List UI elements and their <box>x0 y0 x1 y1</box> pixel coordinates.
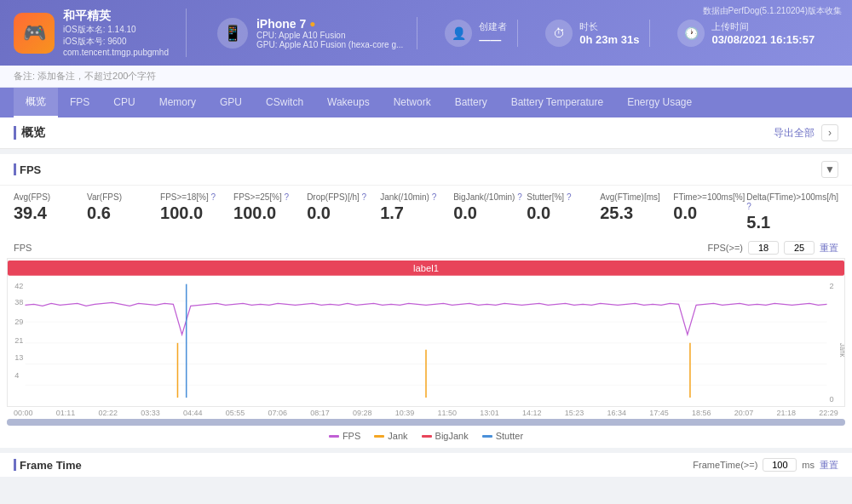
fps-chart-legend: FPS Jank BigJank Stutter <box>7 427 845 444</box>
svg-text:label1: label1 <box>413 263 439 273</box>
overview-title-text: 概览 <box>21 125 45 140</box>
frame-threshold-unit: ms <box>802 460 815 470</box>
time-label: 08:17 <box>310 409 330 417</box>
duration-section: ⏱ 时长 0h 23m 31s <box>535 20 650 47</box>
frame-threshold-label: FrameTime(>=) <box>693 460 757 470</box>
app-ios-version: iOS版本名: 1.14.10 <box>63 24 169 36</box>
legend-jank-label: Jank <box>388 431 407 441</box>
tab-battery-temp[interactable]: Battery Temperature <box>499 89 616 117</box>
note-bar: 备注: 添加备注，不超过200个字符 <box>0 66 852 88</box>
tab-wakeups[interactable]: Wakeups <box>315 89 382 117</box>
fps-title: FPS <box>14 163 41 176</box>
legend-fps: FPS <box>329 431 360 441</box>
duration-label: 时长 <box>579 20 639 33</box>
time-label: 05:55 <box>226 409 245 417</box>
nav-tabs: 概览 FPS CPU Memory GPU CSwitch Wakeups Ne… <box>0 88 852 117</box>
chart-scrollbar[interactable] <box>7 419 845 426</box>
app-ios-build: iOS版本号: 9600 <box>63 36 169 48</box>
device-cpu: CPU: Apple A10 Fusion <box>256 31 403 40</box>
creator-label: 创建者 <box>479 20 507 33</box>
fps-collapse-button[interactable]: ▼ <box>821 161 838 178</box>
tab-cpu[interactable]: CPU <box>101 89 147 117</box>
tab-network[interactable]: Network <box>382 89 443 117</box>
time-label: 17:45 <box>649 409 669 417</box>
device-name: iPhone 7 <box>256 17 306 31</box>
svg-text:Jank: Jank <box>838 343 844 358</box>
tab-fps[interactable]: FPS <box>58 89 101 117</box>
device-section: 📱 iPhone 7 ● CPU: Apple A10 Fusion GPU: … <box>204 17 417 49</box>
tab-memory[interactable]: Memory <box>147 89 208 117</box>
legend-stutter: Stutter <box>482 431 523 441</box>
overview-title: 概览 <box>14 125 45 140</box>
device-details: iPhone 7 ● CPU: Apple A10 Fusion GPU: Ap… <box>256 17 403 49</box>
export-button[interactable]: 导出全部 <box>774 126 815 140</box>
metric-drop-fps: Drop(FPS)[/h] ? 0.0 <box>307 192 380 232</box>
app-info: 🎮 和平精英 iOS版本名: 1.14.10 iOS版本号: 9600 com.… <box>14 9 187 57</box>
metric-ftime-100: FTime>=100ms[%] 0.0 <box>673 192 746 232</box>
metric-fps-18: FPS>=18[%] ? 100.0 <box>160 192 233 232</box>
legend-jank: Jank <box>374 431 407 441</box>
fps-threshold-controls: FPS(>=) 重置 <box>707 241 838 255</box>
app-details: 和平精英 iOS版本名: 1.14.10 iOS版本号: 9600 com.te… <box>63 9 169 57</box>
svg-text:21: 21 <box>14 336 23 345</box>
time-label: 15:23 <box>565 409 584 417</box>
svg-text:4: 4 <box>14 372 19 381</box>
legend-bigjank-label: BigJank <box>435 431 469 441</box>
frame-threshold-input[interactable] <box>763 458 797 472</box>
metric-jank: Jank(/10min) ? 1.7 <box>380 192 453 232</box>
fps-gte-label: FPS(>=) <box>707 243 743 253</box>
tab-energy[interactable]: Energy Usage <box>615 89 704 117</box>
chart-toolbar: FPS FPS(>=) 重置 <box>7 239 845 256</box>
upload-value: 03/08/2021 16:15:57 <box>711 33 815 46</box>
duration-icon: ⏱ <box>545 20 573 47</box>
fps-chart-area: FPS FPS(>=) 重置 label1 42 38 29 <box>0 236 852 448</box>
time-label: 16:34 <box>607 409 627 417</box>
fps-chart-svg: label1 42 38 29 21 13 4 2 0 Jank <box>8 259 844 406</box>
tab-cswitch[interactable]: CSwitch <box>254 89 315 117</box>
creator-section: 👤 创建者 —— <box>435 20 518 47</box>
time-label: 11:50 <box>438 409 458 417</box>
device-badge: ● <box>309 18 315 30</box>
collapse-button[interactable]: › <box>821 124 838 141</box>
fps-threshold-1-input[interactable] <box>748 241 779 255</box>
time-label: 04:44 <box>183 409 203 417</box>
time-label: 01:11 <box>56 409 76 417</box>
fps-section-header: FPS ▼ <box>0 154 852 186</box>
creator-icon: 👤 <box>445 20 472 47</box>
legend-bigjank: BigJank <box>422 431 469 441</box>
data-source-label: 数据由PerfDog(5.1.210204)版本收集 <box>703 5 842 17</box>
time-label: 20:07 <box>734 409 754 417</box>
chart-fps-label: FPS <box>14 243 32 253</box>
time-label: 02:22 <box>99 409 118 417</box>
device-icon: 📱 <box>217 18 248 49</box>
metric-fps-25: FPS>=25[%] ? 100.0 <box>233 192 307 232</box>
time-label: 13:01 <box>480 409 499 417</box>
legend-stutter-dot <box>482 435 492 438</box>
metric-delta-ftime: Delta(FTime)>100ms[/h] ? 5.1 <box>746 192 838 232</box>
app-package: com.tencent.tmgp.pubgmhd <box>63 48 169 57</box>
tab-gpu[interactable]: GPU <box>208 89 254 117</box>
svg-text:38: 38 <box>14 299 23 307</box>
upload-icon: 🕐 <box>677 20 705 47</box>
time-label: 22:29 <box>819 409 838 417</box>
app-name: 和平精英 <box>63 9 169 24</box>
legend-bigjank-dot <box>422 435 432 438</box>
frame-time-title: Frame Time <box>14 459 82 472</box>
fps-reset-button[interactable]: 重置 <box>820 242 838 255</box>
fps-threshold-2-input[interactable] <box>784 241 815 255</box>
tab-overview[interactable]: 概览 <box>14 88 58 117</box>
metric-avg-ftime: Avg(FTime)[ms] 25.3 <box>600 192 673 232</box>
note-placeholder: 备注: 添加备注，不超过200个字符 <box>14 71 156 81</box>
legend-jank-dot <box>374 435 384 438</box>
time-label: 09:28 <box>353 409 372 417</box>
upload-section: 🕐 上传时间 03/08/2021 16:15:57 <box>667 20 825 47</box>
upload-label: 上传时间 <box>711 20 815 33</box>
time-label: 00:00 <box>14 409 33 417</box>
metric-var-fps: Var(FPS) 0.6 <box>87 192 160 232</box>
device-gpu: GPU: Apple A10 Fusion (hexa-core g... <box>256 40 403 49</box>
legend-fps-dot <box>329 435 339 438</box>
frame-reset-button[interactable]: 重置 <box>820 459 838 472</box>
tab-battery[interactable]: Battery <box>443 89 499 117</box>
legend-fps-label: FPS <box>343 431 360 441</box>
fps-chart-container: label1 42 38 29 21 13 4 2 0 Jank <box>7 258 845 407</box>
